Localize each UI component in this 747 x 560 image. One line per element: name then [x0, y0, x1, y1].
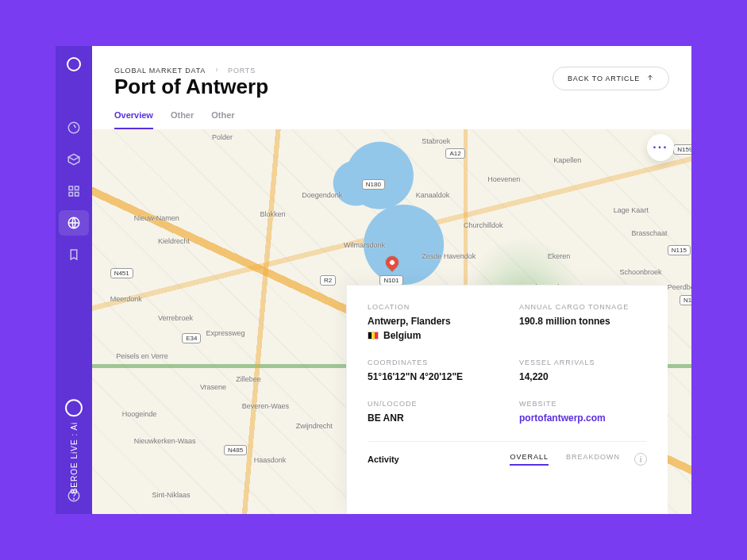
svg-point-5 — [68, 217, 79, 228]
activity-section-title: Activity — [368, 455, 399, 464]
map-place-label: Peerdbos — [668, 283, 691, 291]
chevron-right-icon — [214, 67, 220, 75]
sidebar-item-apps[interactable] — [67, 184, 81, 198]
sidebar-item-bookmarks[interactable] — [67, 247, 81, 262]
meta-website: WEBSITE portofantwerp.com — [519, 400, 647, 424]
map-place-label: Zillebee — [236, 375, 261, 383]
map-place-label: Beveren-Waes — [242, 402, 289, 410]
map-route-chip: N485 — [224, 445, 247, 455]
map-route-chip: N115 — [668, 245, 691, 255]
back-to-article-button[interactable]: BACK TO ARTICLE — [553, 67, 669, 90]
main-panel: GLOBAL MARKET DATA PORTS Port of Antwerp… — [92, 46, 691, 514]
map-route-chip: N131 — [680, 295, 691, 305]
map-place-label: Blokken — [260, 210, 285, 218]
map-place-label: Zwijndrecht — [296, 422, 333, 430]
map-route-chip: N451 — [110, 268, 133, 278]
svg-rect-3 — [69, 193, 73, 197]
map-place-label: Wilmarsdonk — [344, 241, 385, 249]
sidebar-item-global[interactable] — [67, 216, 81, 230]
map-place-label: Expressweg — [206, 329, 245, 337]
tab-overview[interactable]: Overview — [114, 110, 153, 129]
map-place-label: Zesde Havendok — [422, 252, 476, 260]
breadcrumb-root[interactable]: GLOBAL MARKET DATA — [114, 67, 206, 75]
map-place-label: Haasdonk — [254, 456, 287, 464]
map-route-chip: E34 — [182, 333, 201, 343]
more-options-button[interactable]: ··· — [647, 134, 674, 161]
svg-rect-4 — [75, 193, 79, 197]
sidebar-item-packages[interactable] — [67, 152, 81, 167]
map-place-label: Nieuwkerken-Waas — [134, 437, 196, 445]
svg-point-0 — [68, 122, 79, 133]
map-place-label: Nieuw-Namen — [134, 214, 179, 222]
belgium-flag-icon — [368, 332, 379, 339]
meta-unlocode: UN/LOCODE BE ANR — [368, 400, 495, 424]
content-tabs: Overview Other Other — [114, 110, 669, 129]
port-info-card: LOCATION Antwerp, Flanders Belgium ANNUA… — [346, 285, 668, 514]
activity-tab-breakdown[interactable]: BREAKDOWN — [566, 453, 620, 466]
arrow-up-icon — [646, 74, 654, 83]
map-place-label: Hoogeinde — [122, 410, 157, 418]
svg-rect-2 — [75, 186, 79, 190]
map-place-label: Vrasene — [200, 383, 226, 391]
sidebar: BEROE LiVE : Ai — [56, 46, 92, 514]
map-route-chip: R2 — [320, 275, 336, 286]
meta-arrivals: VESSEL ARRIVALS 14,220 — [519, 359, 647, 382]
map-place-label: Kieldrecht — [158, 237, 190, 245]
brand-text: BEROE LiVE : Ai — [65, 400, 83, 494]
svg-rect-1 — [69, 186, 73, 190]
meta-location: LOCATION Antwerp, Flanders Belgium — [368, 303, 495, 341]
tab-other-1[interactable]: Other — [171, 110, 194, 129]
map-place-label: Polder — [212, 133, 233, 141]
activity-tab-overall[interactable]: OVERALL — [510, 453, 549, 466]
page-title: Port of Antwerp — [114, 75, 268, 99]
website-link[interactable]: portofantwerp.com — [519, 412, 647, 424]
info-icon[interactable]: i — [634, 453, 647, 466]
map-place-label: Churchilldok — [464, 221, 503, 229]
map-place-label: Lage Kaart — [614, 206, 649, 214]
map-route-chip: N159 — [673, 144, 691, 155]
brand-logo-icon[interactable] — [67, 57, 81, 71]
map-place-label: Verrebroek — [158, 314, 193, 322]
map-place-label: Schoonbroek — [619, 268, 661, 276]
map-place-label: Hoevenen — [487, 175, 520, 183]
tab-other-2[interactable]: Other — [211, 110, 234, 129]
map-place-label: Peisels en Verre — [116, 352, 168, 360]
meta-tonnage: ANNUAL CARGO TONNAGE 190.8 million tonne… — [519, 303, 647, 341]
map-place-label: Sint-Niklaas — [152, 491, 191, 499]
map-place-label: Kanaaldok — [416, 191, 450, 199]
map-place-label: Meerdonk — [110, 295, 142, 303]
map-place-label: Doegendonk — [302, 191, 342, 199]
map-place-label: Ekeren — [548, 252, 571, 260]
map-route-chip: N180 — [362, 179, 385, 190]
map-place-label: Stabroek — [422, 137, 450, 145]
map-route-chip: A12 — [445, 148, 464, 159]
map-place-label: Brasschaat — [632, 229, 668, 237]
meta-coordinates: COORDINATES 51°16'12"N 4°20'12"E — [368, 359, 495, 382]
map-place-label: Kapellen — [553, 156, 581, 164]
svg-point-7 — [74, 498, 75, 499]
sidebar-item-dashboard[interactable] — [67, 121, 81, 135]
breadcrumb: GLOBAL MARKET DATA PORTS — [114, 67, 268, 75]
breadcrumb-leaf[interactable]: PORTS — [228, 67, 256, 75]
activity-tabs: OVERALL BREAKDOWN — [510, 453, 620, 466]
